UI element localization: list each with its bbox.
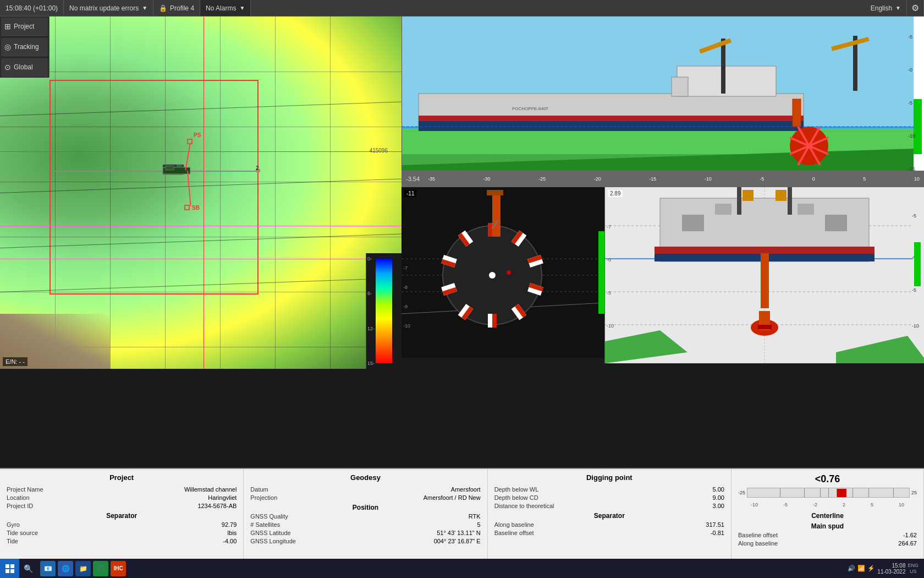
taskbar-app-ihc[interactable]: IHC	[111, 561, 126, 576]
svg-text:-0: -0	[607, 257, 611, 263]
windows-icon	[6, 564, 14, 573]
pink-line-1	[0, 226, 402, 226]
main-spud-baseline-offset-row: Baseline offset -1.62	[738, 532, 917, 538]
vessel-arm-line	[55, 171, 258, 172]
geodesy-title: Geodesy	[250, 473, 480, 482]
svg-text:-7: -7	[607, 224, 611, 230]
dp-separator-title: Separator	[494, 512, 724, 520]
lock-icon: 🔒	[159, 4, 167, 12]
coord-label: 415096	[370, 148, 388, 154]
svg-rect-85	[798, 204, 814, 215]
digging-point-title: Digging point	[494, 473, 724, 482]
satellites-row: # Satellites 5	[250, 521, 480, 528]
tray-icon-1[interactable]: 🔊	[848, 565, 855, 572]
chevron-down-icon: ▼	[142, 5, 147, 11]
spud-ps-label: PS	[194, 132, 201, 138]
vessel-front-svg: -5 -0 -5 -10	[605, 187, 924, 363]
gyro-row: Gyro 92.79	[7, 521, 237, 528]
svg-rect-77	[743, 190, 754, 201]
svg-text:-5: -5	[607, 290, 611, 296]
taskbar-locale: ENG US	[908, 563, 919, 575]
svg-text:-10: -10	[607, 323, 614, 329]
location-row: Location Haringvliet	[7, 494, 237, 501]
svg-rect-78	[776, 190, 787, 201]
track-line-1	[0, 102, 402, 116]
sidebar-item-project[interactable]: ⊞ Project	[1, 18, 48, 36]
profile-scale-numbers: -35 -30 -25 -20 -15 -10 -5 0 5 10	[428, 176, 920, 182]
grid-line-v3	[165, 17, 166, 369]
separator-title: Separator	[7, 512, 237, 520]
taskbar-clock: 15:08 11-03-2022	[877, 563, 905, 575]
depth-cd-row: Depth below CD 9.00	[494, 494, 724, 501]
track-line-3	[0, 234, 402, 248]
grid-line-v6	[330, 17, 331, 369]
vessel-icon	[162, 164, 184, 175]
taskbar-app-3[interactable]: 📁	[75, 561, 91, 576]
gnss-quality-row: GNSS Quality RTK	[250, 513, 480, 520]
taskbar-icons: 📧 🌐 📁 🎵 IHC	[37, 561, 129, 576]
grid-line-v5	[275, 17, 276, 369]
projection-row: Projection Amersfoort / RD New	[250, 494, 480, 501]
svg-rect-98	[6, 569, 9, 573]
taskbar-app-2[interactable]: 🌐	[58, 561, 73, 576]
topbar-alarm-dropdown[interactable]: No Alarms ▼	[200, 0, 251, 16]
svg-text:-5: -5	[912, 213, 916, 219]
system-tray: 🔊 📶 ⚡ 15:08 11-03-2022 ENG US	[842, 563, 924, 575]
datum-row: Datum Amersfoort	[250, 486, 480, 493]
taskbar-search[interactable]: 🔍	[19, 564, 37, 573]
svg-rect-18	[793, 99, 801, 127]
svg-rect-81	[761, 253, 769, 308]
topbar-language-dropdown[interactable]: English ▼	[865, 0, 907, 16]
dist-theoretical-row: Distance to theoretical 3.00	[494, 503, 724, 509]
svg-rect-11	[677, 66, 776, 96]
tracking-icon: ◎	[4, 42, 11, 51]
vessel-front-view-panel: 2.89 -5 -0 -5 -10	[605, 187, 924, 363]
baseline-offset-row: Baseline offset -0.81	[494, 530, 724, 536]
svg-rect-9	[419, 120, 804, 131]
svg-rect-61	[487, 190, 503, 195]
map-container[interactable]: 2 PS SB 415096 E/N: - - 0- 6- 12- 15-	[0, 17, 402, 369]
sidebar-item-global[interactable]: ⊙ Global	[1, 58, 48, 77]
svg-rect-99	[10, 569, 14, 573]
tray-icon-2[interactable]: 📶	[857, 565, 865, 572]
topbar: 15:08:40 (+01:00) No matrix update error…	[0, 0, 924, 17]
taskbar: 🔍 📧 🌐 📁 🎵 IHC 🔊 📶 ⚡ 15:08 11-03-2022 ENG…	[0, 559, 924, 578]
svg-rect-60	[492, 190, 501, 237]
svg-rect-13	[721, 39, 725, 94]
svg-rect-39	[488, 223, 492, 237]
project-id-row: Project ID 1234-5678-AB	[7, 503, 237, 509]
gauge-bar	[747, 488, 910, 498]
gauge-scale-numbers: -10 -5 -2 2 5 10	[738, 502, 917, 508]
svg-rect-49	[492, 314, 497, 328]
spud-sb-marker	[184, 205, 190, 210]
topbar-time: 15:08:40 (+01:00)	[0, 0, 64, 16]
search-icon: 🔍	[24, 564, 33, 573]
depth-color-bar	[376, 259, 392, 363]
svg-text:POCHOPPE-640T: POCHOPPE-640T	[512, 106, 548, 111]
sidebar: ⊞ Project ◎ Tracking ⊙ Global	[0, 17, 50, 78]
topbar-status-dropdown[interactable]: No matrix update errors ▼	[64, 0, 153, 16]
longitude-row: GNSS Longitude 004° 23' 16.87" E	[250, 538, 480, 544]
svg-rect-80	[788, 187, 792, 215]
svg-rect-97	[10, 564, 14, 568]
taskbar-app-spotify[interactable]: 🎵	[93, 561, 108, 576]
sidebar-item-tracking[interactable]: ◎ Tracking	[1, 38, 48, 56]
svg-rect-76	[654, 247, 875, 254]
svg-rect-2	[177, 165, 182, 168]
grid-line-h1	[0, 72, 402, 72]
topbar-settings-button[interactable]: ⚙	[907, 0, 924, 16]
svg-rect-20	[914, 99, 922, 154]
pink-line-2	[0, 259, 402, 259]
svg-rect-90	[758, 325, 772, 329]
grid-line-v4	[220, 17, 221, 369]
cutter-depth-indicator: -11	[404, 190, 416, 197]
svg-text:-10: -10	[908, 133, 915, 139]
svg-rect-36	[598, 231, 605, 314]
grid-line-h5	[0, 292, 402, 292]
windows-start-button[interactable]	[0, 559, 19, 578]
taskbar-app-1[interactable]: 📧	[40, 561, 56, 576]
gauge-bar-container: -25 25	[738, 488, 917, 498]
topbar-profile[interactable]: 🔒 Profile 4	[153, 0, 200, 16]
position-title: Position	[250, 504, 480, 511]
project-title: Project	[7, 473, 237, 482]
